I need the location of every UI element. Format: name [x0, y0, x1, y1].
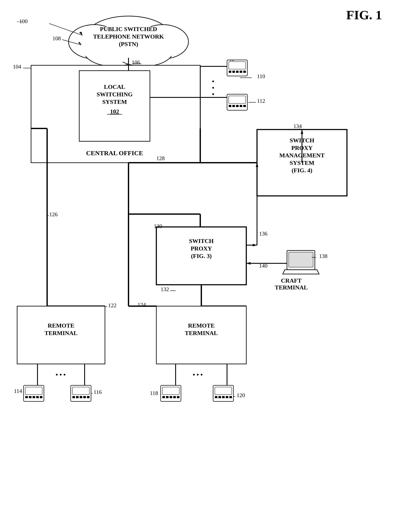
- svg-rect-132: [161, 385, 181, 401]
- svg-text:SWITCHING: SWITCHING: [97, 91, 133, 98]
- phone-112: [227, 94, 247, 110]
- svg-text:106: 106: [132, 59, 140, 65]
- svg-rect-47: [243, 71, 246, 73]
- svg-rect-41: [227, 60, 247, 76]
- svg-rect-50: [229, 105, 231, 107]
- svg-text:118: 118: [150, 390, 158, 396]
- svg-text:(FIG. 4): (FIG. 4): [292, 167, 312, 174]
- svg-text:124: 124: [137, 302, 146, 308]
- svg-text:REMOTE: REMOTE: [188, 322, 215, 329]
- svg-text:128: 128: [156, 155, 165, 161]
- diagram-svg: FIG. 1 PUBLIC SWITCHED TELEPHONE NETWORK…: [0, 0, 399, 532]
- svg-marker-85: [246, 262, 251, 265]
- local-switching-box: [79, 71, 150, 141]
- svg-text:LOCAL: LOCAL: [104, 83, 125, 90]
- svg-rect-143: [215, 396, 217, 398]
- svg-rect-46: [240, 71, 242, 73]
- svg-text:112: 112: [257, 98, 265, 104]
- svg-text:•  •  •: • • •: [56, 371, 66, 378]
- svg-text:138: 138: [319, 253, 328, 259]
- svg-text:(PSTN): (PSTN): [119, 41, 138, 47]
- svg-rect-52: [236, 105, 238, 107]
- svg-text:•: •: [212, 78, 214, 85]
- svg-rect-145: [222, 396, 225, 398]
- fig-title: FIG. 1: [346, 8, 382, 22]
- svg-text:102: 102: [110, 108, 119, 115]
- svg-rect-147: [229, 396, 232, 398]
- svg-rect-135: [166, 396, 168, 398]
- svg-rect-88: [289, 252, 313, 267]
- svg-text:—: —: [17, 18, 22, 24]
- phone-120: [213, 385, 233, 401]
- svg-rect-45: [236, 71, 238, 73]
- svg-text:116: 116: [94, 389, 102, 395]
- svg-text:110: 110: [257, 73, 265, 79]
- svg-text:122: 122: [108, 302, 116, 309]
- svg-rect-138: [177, 396, 180, 398]
- svg-text:(FIG. 3): (FIG. 3): [191, 253, 212, 259]
- svg-rect-144: [219, 396, 221, 398]
- craft-terminal-laptop: [283, 250, 319, 274]
- svg-text:114: 114: [14, 388, 22, 394]
- svg-rect-137: [173, 396, 176, 398]
- svg-rect-115: [32, 396, 35, 398]
- svg-rect-146: [226, 396, 228, 398]
- svg-rect-123: [76, 396, 79, 398]
- svg-rect-124: [80, 396, 82, 398]
- svg-text:SYSTEM: SYSTEM: [102, 98, 127, 105]
- svg-rect-125: [83, 396, 86, 398]
- svg-rect-43: [229, 71, 231, 73]
- svg-text:TELEPHONE NETWORK: TELEPHONE NETWORK: [93, 33, 164, 40]
- svg-rect-44: [232, 71, 235, 73]
- svg-text:TERMINAL: TERMINAL: [185, 330, 218, 336]
- diagram: FIG. 1 PUBLIC SWITCHED TELEPHONE NETWORK…: [0, 0, 399, 532]
- svg-rect-116: [36, 396, 39, 398]
- svg-rect-136: [170, 396, 172, 398]
- svg-text:PUBLIC SWITCHED: PUBLIC SWITCHED: [100, 26, 157, 32]
- phone-116: [71, 385, 91, 401]
- svg-text:134: 134: [293, 123, 302, 129]
- svg-text:140: 140: [259, 263, 268, 269]
- svg-text:104: 104: [13, 63, 21, 70]
- svg-text:•: •: [212, 91, 214, 98]
- svg-rect-54: [243, 105, 246, 107]
- svg-rect-113: [25, 396, 28, 398]
- phone-114: [24, 385, 44, 401]
- svg-rect-126: [87, 396, 90, 398]
- svg-text:136: 136: [259, 231, 268, 237]
- svg-text:CRAFT: CRAFT: [281, 277, 302, 284]
- phone-118: [161, 385, 181, 401]
- svg-text:108: 108: [52, 35, 61, 42]
- svg-rect-48: [227, 94, 247, 110]
- svg-text:132: 132: [161, 286, 169, 292]
- svg-rect-120: [71, 385, 91, 401]
- svg-rect-141: [213, 385, 233, 401]
- svg-text:•: •: [212, 84, 214, 91]
- svg-text:TERMINAL: TERMINAL: [275, 284, 308, 291]
- svg-text:130: 130: [154, 223, 162, 229]
- svg-text:PROXY: PROXY: [191, 245, 212, 252]
- svg-text:TERMINAL: TERMINAL: [45, 330, 77, 336]
- svg-rect-114: [29, 396, 32, 398]
- svg-text:SWITCH: SWITCH: [189, 238, 213, 244]
- svg-text:120: 120: [237, 392, 245, 399]
- phone-110: [227, 60, 247, 76]
- svg-rect-53: [240, 105, 242, 107]
- svg-text:•  •  •: • • •: [193, 371, 203, 378]
- svg-rect-51: [232, 105, 235, 107]
- svg-text:REMOTE: REMOTE: [48, 322, 74, 329]
- svg-marker-83: [253, 244, 257, 247]
- svg-rect-122: [72, 396, 75, 398]
- svg-rect-117: [40, 396, 42, 398]
- svg-rect-111: [24, 385, 44, 401]
- svg-text:CENTRAL OFFICE: CENTRAL OFFICE: [86, 149, 143, 157]
- svg-text:126: 126: [49, 211, 58, 217]
- svg-rect-134: [162, 396, 165, 398]
